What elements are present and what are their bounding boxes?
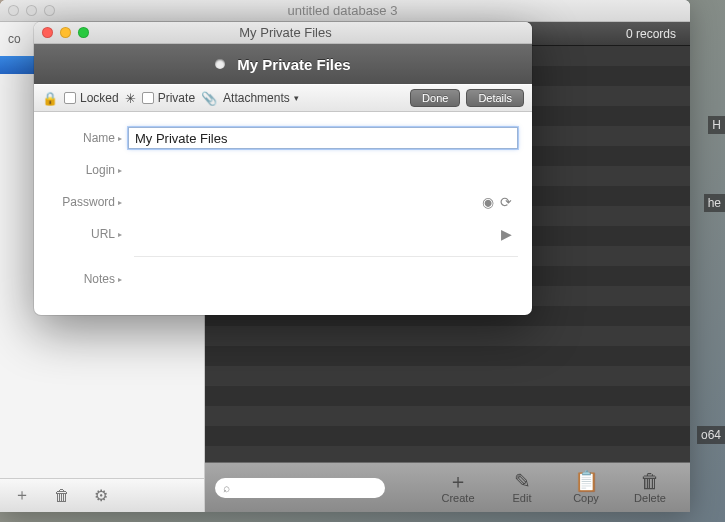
main-title: untitled database 3 <box>55 3 690 18</box>
table-row <box>205 446 690 462</box>
plus-icon: ＋ <box>448 471 468 491</box>
close-icon[interactable] <box>42 27 53 38</box>
eye-icon[interactable]: ◉ <box>482 194 494 210</box>
records-count: 0 records <box>626 27 676 41</box>
locked-toggle[interactable]: Locked <box>64 91 119 105</box>
chevron-down-icon: ▾ <box>294 93 299 103</box>
name-label: Name <box>83 131 115 145</box>
name-input[interactable] <box>128 127 518 149</box>
login-label-menu[interactable]: Login ▸ <box>48 163 128 177</box>
copy-label: Copy <box>573 492 599 504</box>
table-row <box>205 406 690 426</box>
locked-checkbox[interactable] <box>64 92 76 104</box>
lock-icon: 🔒 <box>42 91 58 106</box>
search-icon: ⌕ <box>223 481 230 495</box>
gear-icon[interactable]: ⚙ <box>94 486 108 505</box>
delete-label: Delete <box>634 492 666 504</box>
modal-window-title: My Private Files <box>89 25 532 40</box>
create-button[interactable]: ＋ Create <box>428 471 488 504</box>
name-label-menu[interactable]: Name ▸ <box>48 131 128 145</box>
attachments-label: Attachments <box>223 91 290 105</box>
zoom-icon[interactable] <box>78 27 89 38</box>
trash-icon: 🗑 <box>640 471 660 491</box>
delete-button[interactable]: 🗑 Delete <box>620 471 680 504</box>
divider <box>134 256 518 257</box>
play-icon[interactable]: ▶ <box>501 226 512 242</box>
add-icon[interactable]: ＋ <box>14 485 30 506</box>
refresh-icon[interactable]: ⟳ <box>500 194 512 210</box>
notes-label: Notes <box>84 272 115 286</box>
chevron-down-icon: ▸ <box>118 230 122 239</box>
copy-button[interactable]: 📋 Copy <box>556 471 616 504</box>
create-label: Create <box>441 492 474 504</box>
wand-icon: ✳ <box>125 91 136 106</box>
edge-fragment: H <box>708 116 725 134</box>
modal-header-title: My Private Files <box>237 56 350 73</box>
minimize-dot-inactive[interactable] <box>26 5 37 16</box>
modal-titlebar[interactable]: My Private Files <box>34 22 532 44</box>
password-field[interactable]: ◉ ⟳ <box>128 194 518 210</box>
chevron-down-icon: ▸ <box>118 198 122 207</box>
notes-label-menu[interactable]: Notes ▸ <box>48 272 128 286</box>
private-checkbox[interactable] <box>142 92 154 104</box>
modal-header: My Private Files <box>34 44 532 84</box>
private-label: Private <box>158 91 195 105</box>
pencil-icon: ✎ <box>514 471 531 491</box>
details-button[interactable]: Details <box>466 89 524 107</box>
done-button[interactable]: Done <box>410 89 460 107</box>
edit-button[interactable]: ✎ Edit <box>492 471 552 504</box>
paperclip-icon: 📎 <box>201 91 217 106</box>
attachments-menu[interactable]: Attachments ▾ <box>223 91 299 105</box>
modal-form: Name ▸ Login ▸ Password ▸ ◉ ⟳ <box>34 112 532 315</box>
login-label: Login <box>86 163 115 177</box>
main-titlebar[interactable]: untitled database 3 <box>0 0 690 22</box>
clipboard-icon: 📋 <box>574 471 599 491</box>
table-row <box>205 426 690 446</box>
table-row <box>205 326 690 346</box>
content-footer: ⌕ ＋ Create ✎ Edit 📋 Copy 🗑 <box>205 462 690 512</box>
url-label: URL <box>91 227 115 241</box>
url-field[interactable]: ▶ <box>128 226 518 242</box>
sidebar-footer: ＋ 🗑 ⚙ <box>0 478 204 512</box>
search-input[interactable]: ⌕ <box>215 478 385 498</box>
record-type-icon <box>215 59 225 69</box>
locked-label: Locked <box>80 91 119 105</box>
chevron-down-icon: ▸ <box>118 134 122 143</box>
table-row <box>205 346 690 366</box>
edge-fragment: o64 <box>697 426 725 444</box>
password-label-menu[interactable]: Password ▸ <box>48 195 128 209</box>
url-label-menu[interactable]: URL ▸ <box>48 227 128 241</box>
chevron-down-icon: ▸ <box>118 166 122 175</box>
traffic-lights-modal[interactable] <box>42 27 89 38</box>
modal-toolbar: 🔒 Locked ✳ Private 📎 Attachments ▾ Done … <box>34 84 532 112</box>
zoom-dot-inactive[interactable] <box>44 5 55 16</box>
record-editor-modal: My Private Files My Private Files 🔒 Lock… <box>34 22 532 315</box>
table-row <box>205 366 690 386</box>
edit-label: Edit <box>513 492 532 504</box>
edge-fragment: he <box>704 194 725 212</box>
close-dot-inactive[interactable] <box>8 5 19 16</box>
trash-icon[interactable]: 🗑 <box>54 487 70 505</box>
traffic-lights-main[interactable] <box>8 5 55 16</box>
minimize-icon[interactable] <box>60 27 71 38</box>
private-toggle[interactable]: Private <box>142 91 195 105</box>
password-label: Password <box>62 195 115 209</box>
table-row <box>205 386 690 406</box>
chevron-down-icon: ▸ <box>118 275 122 284</box>
